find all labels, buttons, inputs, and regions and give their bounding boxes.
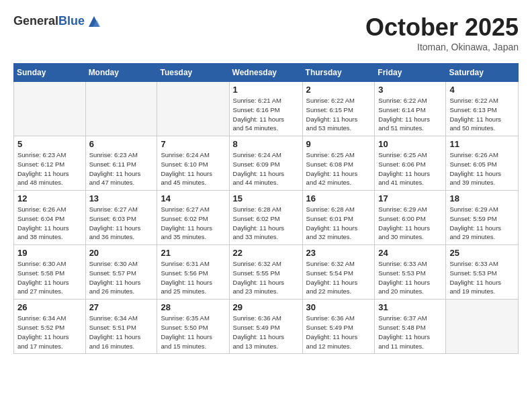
- calendar-table: SundayMondayTuesdayWednesdayThursdayFrid…: [13, 63, 519, 354]
- weekday-header-monday: Monday: [85, 64, 157, 82]
- day-info: Sunrise: 6:29 AM Sunset: 6:00 PM Dayligh…: [378, 205, 442, 242]
- calendar-week-row: 12Sunrise: 6:26 AM Sunset: 6:04 PM Dayli…: [14, 191, 519, 245]
- calendar-day-cell: 20Sunrise: 6:30 AM Sunset: 5:57 PM Dayli…: [85, 245, 157, 300]
- day-info: Sunrise: 6:33 AM Sunset: 5:53 PM Dayligh…: [378, 259, 442, 296]
- day-info: Sunrise: 6:37 AM Sunset: 5:48 PM Dayligh…: [378, 314, 442, 351]
- day-info: Sunrise: 6:29 AM Sunset: 5:59 PM Dayligh…: [449, 205, 515, 242]
- day-info: Sunrise: 6:22 AM Sunset: 6:14 PM Dayligh…: [378, 96, 442, 133]
- calendar-day-cell: 23Sunrise: 6:32 AM Sunset: 5:54 PM Dayli…: [302, 245, 375, 300]
- day-number: 1: [233, 85, 299, 95]
- calendar-day-cell: 31Sunrise: 6:37 AM Sunset: 5:48 PM Dayli…: [375, 300, 446, 354]
- day-info: Sunrise: 6:36 AM Sunset: 5:49 PM Dayligh…: [306, 314, 371, 351]
- day-info: Sunrise: 6:34 AM Sunset: 5:52 PM Dayligh…: [17, 314, 82, 351]
- calendar-day-cell: 24Sunrise: 6:33 AM Sunset: 5:53 PM Dayli…: [375, 245, 446, 300]
- day-info: Sunrise: 6:22 AM Sunset: 6:13 PM Dayligh…: [449, 96, 515, 133]
- calendar-day-cell: 8Sunrise: 6:24 AM Sunset: 6:09 PM Daylig…: [229, 136, 302, 191]
- day-number: 11: [449, 139, 515, 149]
- day-number: 19: [17, 248, 82, 258]
- day-number: 3: [378, 85, 442, 95]
- calendar-week-row: 19Sunrise: 6:30 AM Sunset: 5:58 PM Dayli…: [14, 245, 519, 300]
- day-info: Sunrise: 6:28 AM Sunset: 6:01 PM Dayligh…: [306, 205, 371, 242]
- day-number: 25: [449, 248, 515, 258]
- day-number: 31: [378, 302, 442, 312]
- calendar-day-cell: 16Sunrise: 6:28 AM Sunset: 6:01 PM Dayli…: [302, 191, 375, 245]
- calendar-day-cell: [446, 300, 519, 354]
- day-number: 4: [449, 85, 515, 95]
- day-info: Sunrise: 6:36 AM Sunset: 5:49 PM Dayligh…: [233, 314, 299, 351]
- logo-icon: [86, 13, 102, 30]
- day-info: Sunrise: 6:30 AM Sunset: 5:57 PM Dayligh…: [89, 259, 154, 296]
- day-info: Sunrise: 6:30 AM Sunset: 5:58 PM Dayligh…: [17, 259, 82, 296]
- page-header: GeneralBlue October 2025 Itoman, Okinawa…: [13, 13, 519, 52]
- day-number: 9: [306, 139, 371, 149]
- calendar-week-row: 5Sunrise: 6:23 AM Sunset: 6:12 PM Daylig…: [14, 136, 519, 191]
- day-info: Sunrise: 6:26 AM Sunset: 6:05 PM Dayligh…: [449, 150, 515, 187]
- day-number: 27: [89, 302, 154, 312]
- calendar-day-cell: 18Sunrise: 6:29 AM Sunset: 5:59 PM Dayli…: [446, 191, 519, 245]
- day-info: Sunrise: 6:33 AM Sunset: 5:53 PM Dayligh…: [449, 259, 515, 296]
- calendar-day-cell: 4Sunrise: 6:22 AM Sunset: 6:13 PM Daylig…: [446, 82, 519, 136]
- day-number: 7: [161, 139, 225, 149]
- calendar-day-cell: 22Sunrise: 6:32 AM Sunset: 5:55 PM Dayli…: [229, 245, 302, 300]
- day-info: Sunrise: 6:27 AM Sunset: 6:02 PM Dayligh…: [161, 205, 225, 242]
- calendar-day-cell: 26Sunrise: 6:34 AM Sunset: 5:52 PM Dayli…: [14, 300, 86, 354]
- day-number: 30: [306, 302, 371, 312]
- weekday-header-wednesday: Wednesday: [229, 64, 302, 82]
- weekday-header-saturday: Saturday: [446, 64, 519, 82]
- day-info: Sunrise: 6:32 AM Sunset: 5:54 PM Dayligh…: [306, 259, 371, 296]
- calendar-day-cell: 27Sunrise: 6:34 AM Sunset: 5:51 PM Dayli…: [85, 300, 157, 354]
- weekday-header-tuesday: Tuesday: [157, 64, 229, 82]
- day-info: Sunrise: 6:22 AM Sunset: 6:15 PM Dayligh…: [306, 96, 371, 133]
- day-number: 12: [17, 193, 82, 203]
- calendar-day-cell: 21Sunrise: 6:31 AM Sunset: 5:56 PM Dayli…: [157, 245, 229, 300]
- calendar-day-cell: 29Sunrise: 6:36 AM Sunset: 5:49 PM Dayli…: [229, 300, 302, 354]
- day-number: 8: [233, 139, 299, 149]
- day-number: 28: [161, 302, 225, 312]
- calendar-day-cell: 14Sunrise: 6:27 AM Sunset: 6:02 PM Dayli…: [157, 191, 229, 245]
- day-info: Sunrise: 6:23 AM Sunset: 6:11 PM Dayligh…: [89, 150, 154, 187]
- calendar-day-cell: 10Sunrise: 6:25 AM Sunset: 6:06 PM Dayli…: [375, 136, 446, 191]
- day-number: 29: [233, 302, 299, 312]
- calendar-day-cell: 25Sunrise: 6:33 AM Sunset: 5:53 PM Dayli…: [446, 245, 519, 300]
- day-number: 26: [17, 302, 82, 312]
- calendar-day-cell: 11Sunrise: 6:26 AM Sunset: 6:05 PM Dayli…: [446, 136, 519, 191]
- calendar-day-cell: [85, 82, 157, 136]
- calendar-day-cell: 6Sunrise: 6:23 AM Sunset: 6:11 PM Daylig…: [85, 136, 157, 191]
- day-number: 6: [89, 139, 154, 149]
- logo-general: GeneralBlue: [13, 15, 85, 28]
- calendar-day-cell: 2Sunrise: 6:22 AM Sunset: 6:15 PM Daylig…: [302, 82, 375, 136]
- day-info: Sunrise: 6:23 AM Sunset: 6:12 PM Dayligh…: [17, 150, 82, 187]
- calendar-day-cell: 19Sunrise: 6:30 AM Sunset: 5:58 PM Dayli…: [14, 245, 86, 300]
- day-info: Sunrise: 6:25 AM Sunset: 6:08 PM Dayligh…: [306, 150, 371, 187]
- calendar-day-cell: 3Sunrise: 6:22 AM Sunset: 6:14 PM Daylig…: [375, 82, 446, 136]
- day-number: 17: [378, 193, 442, 203]
- calendar-header-row: SundayMondayTuesdayWednesdayThursdayFrid…: [14, 64, 519, 82]
- weekday-header-friday: Friday: [375, 64, 446, 82]
- day-number: 5: [17, 139, 82, 149]
- calendar-day-cell: 12Sunrise: 6:26 AM Sunset: 6:04 PM Dayli…: [14, 191, 86, 245]
- calendar-day-cell: [157, 82, 229, 136]
- day-number: 13: [89, 193, 154, 203]
- title-block: October 2025 Itoman, Okinawa, Japan: [365, 13, 519, 52]
- calendar-day-cell: 13Sunrise: 6:27 AM Sunset: 6:03 PM Dayli…: [85, 191, 157, 245]
- day-number: 16: [306, 193, 371, 203]
- day-info: Sunrise: 6:35 AM Sunset: 5:50 PM Dayligh…: [161, 314, 225, 351]
- calendar-day-cell: 1Sunrise: 6:21 AM Sunset: 6:16 PM Daylig…: [229, 82, 302, 136]
- day-info: Sunrise: 6:21 AM Sunset: 6:16 PM Dayligh…: [233, 96, 299, 133]
- day-info: Sunrise: 6:31 AM Sunset: 5:56 PM Dayligh…: [161, 259, 225, 296]
- day-number: 15: [233, 193, 299, 203]
- day-number: 2: [306, 85, 371, 95]
- day-number: 20: [89, 248, 154, 258]
- month-title: October 2025: [365, 13, 519, 42]
- day-info: Sunrise: 6:34 AM Sunset: 5:51 PM Dayligh…: [89, 314, 154, 351]
- calendar-week-row: 26Sunrise: 6:34 AM Sunset: 5:52 PM Dayli…: [14, 300, 519, 354]
- calendar-day-cell: 7Sunrise: 6:24 AM Sunset: 6:10 PM Daylig…: [157, 136, 229, 191]
- day-number: 21: [161, 248, 225, 258]
- day-info: Sunrise: 6:25 AM Sunset: 6:06 PM Dayligh…: [378, 150, 442, 187]
- day-number: 22: [233, 248, 299, 258]
- day-number: 14: [161, 193, 225, 203]
- logo: GeneralBlue: [13, 13, 102, 30]
- calendar-day-cell: 17Sunrise: 6:29 AM Sunset: 6:00 PM Dayli…: [375, 191, 446, 245]
- day-info: Sunrise: 6:28 AM Sunset: 6:02 PM Dayligh…: [233, 205, 299, 242]
- location: Itoman, Okinawa, Japan: [365, 42, 519, 52]
